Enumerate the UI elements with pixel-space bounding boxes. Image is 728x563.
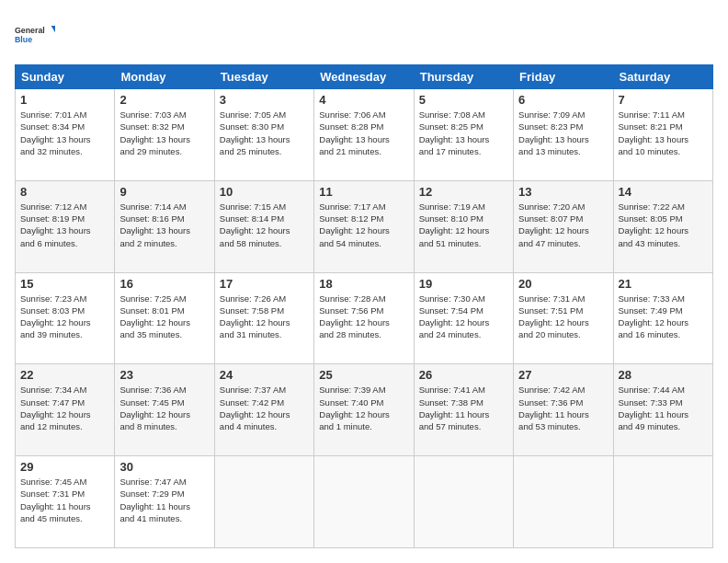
calendar-cell [514, 456, 613, 548]
day-number: 6 [518, 93, 608, 107]
day-info: Sunrise: 7:34 AMSunset: 7:47 PMDaylight:… [20, 384, 109, 432]
day-number: 2 [119, 93, 209, 107]
calendar-cell: 21Sunrise: 7:33 AMSunset: 7:49 PMDayligh… [613, 272, 712, 364]
day-info: Sunrise: 7:44 AMSunset: 7:33 PMDaylight:… [619, 384, 708, 432]
day-info: Sunrise: 7:06 AMSunset: 8:28 PMDaylight:… [319, 109, 408, 157]
day-number: 21 [619, 277, 708, 291]
day-number: 20 [518, 277, 608, 291]
calendar-cell: 14Sunrise: 7:22 AMSunset: 8:05 PMDayligh… [613, 180, 712, 272]
day-info: Sunrise: 7:11 AMSunset: 8:21 PMDaylight:… [619, 109, 708, 157]
weekday-thursday: Thursday [414, 65, 513, 89]
day-info: Sunrise: 7:31 AMSunset: 7:51 PMDaylight:… [518, 293, 608, 341]
day-number: 16 [119, 277, 209, 291]
calendar: SundayMondayTuesdayWednesdayThursdayFrid… [15, 64, 713, 548]
calendar-cell: 2Sunrise: 7:03 AMSunset: 8:32 PMDaylight… [115, 89, 214, 181]
calendar-cell: 22Sunrise: 7:34 AMSunset: 7:47 PMDayligh… [16, 364, 115, 456]
day-info: Sunrise: 7:45 AMSunset: 7:31 PMDaylight:… [20, 476, 109, 524]
svg-text:Blue: Blue [15, 35, 32, 44]
day-number: 29 [20, 460, 109, 474]
calendar-cell [214, 456, 313, 548]
calendar-cell: 15Sunrise: 7:23 AMSunset: 8:03 PMDayligh… [16, 272, 115, 364]
day-number: 30 [119, 460, 209, 474]
day-number: 14 [619, 185, 708, 199]
calendar-cell [414, 456, 513, 548]
day-number: 27 [518, 368, 608, 382]
calendar-cell: 3Sunrise: 7:05 AMSunset: 8:30 PMDaylight… [214, 89, 313, 181]
calendar-cell: 4Sunrise: 7:06 AMSunset: 8:28 PMDaylight… [314, 89, 414, 181]
day-info: Sunrise: 7:08 AMSunset: 8:25 PMDaylight:… [419, 109, 508, 157]
day-info: Sunrise: 7:28 AMSunset: 7:56 PMDaylight:… [319, 293, 408, 341]
day-info: Sunrise: 7:47 AMSunset: 7:29 PMDaylight:… [119, 476, 209, 524]
day-number: 12 [419, 185, 508, 199]
day-number: 11 [319, 185, 408, 199]
day-info: Sunrise: 7:09 AMSunset: 8:23 PMDaylight:… [518, 109, 608, 157]
calendar-cell: 12Sunrise: 7:19 AMSunset: 8:10 PMDayligh… [414, 180, 513, 272]
weekday-tuesday: Tuesday [214, 65, 313, 89]
weekday-friday: Friday [514, 65, 613, 89]
day-info: Sunrise: 7:12 AMSunset: 8:19 PMDaylight:… [20, 201, 109, 249]
day-number: 5 [419, 93, 508, 107]
day-info: Sunrise: 7:37 AMSunset: 7:42 PMDaylight:… [220, 384, 309, 432]
calendar-cell: 19Sunrise: 7:30 AMSunset: 7:54 PMDayligh… [414, 272, 513, 364]
svg-text:General: General [15, 26, 45, 35]
calendar-cell [314, 456, 414, 548]
day-info: Sunrise: 7:17 AMSunset: 8:12 PMDaylight:… [319, 201, 408, 249]
calendar-cell: 24Sunrise: 7:37 AMSunset: 7:42 PMDayligh… [214, 364, 313, 456]
calendar-cell: 23Sunrise: 7:36 AMSunset: 7:45 PMDayligh… [115, 364, 214, 456]
weekday-monday: Monday [115, 65, 214, 89]
calendar-cell: 30Sunrise: 7:47 AMSunset: 7:29 PMDayligh… [115, 456, 214, 548]
calendar-cell: 17Sunrise: 7:26 AMSunset: 7:58 PMDayligh… [214, 272, 313, 364]
weekday-saturday: Saturday [613, 65, 712, 89]
day-number: 1 [20, 93, 109, 107]
calendar-cell: 8Sunrise: 7:12 AMSunset: 8:19 PMDaylight… [16, 180, 115, 272]
calendar-cell: 27Sunrise: 7:42 AMSunset: 7:36 PMDayligh… [514, 364, 613, 456]
day-info: Sunrise: 7:30 AMSunset: 7:54 PMDaylight:… [419, 293, 508, 341]
calendar-cell: 6Sunrise: 7:09 AMSunset: 8:23 PMDaylight… [514, 89, 613, 181]
day-info: Sunrise: 7:03 AMSunset: 8:32 PMDaylight:… [119, 109, 209, 157]
day-info: Sunrise: 7:22 AMSunset: 8:05 PMDaylight:… [619, 201, 708, 249]
day-number: 4 [319, 93, 408, 107]
day-info: Sunrise: 7:36 AMSunset: 7:45 PMDaylight:… [119, 384, 209, 432]
calendar-cell: 5Sunrise: 7:08 AMSunset: 8:25 PMDaylight… [414, 89, 513, 181]
svg-marker-2 [51, 26, 55, 34]
day-number: 13 [518, 185, 608, 199]
day-info: Sunrise: 7:25 AMSunset: 8:01 PMDaylight:… [119, 293, 209, 341]
calendar-cell: 28Sunrise: 7:44 AMSunset: 7:33 PMDayligh… [613, 364, 712, 456]
day-info: Sunrise: 7:42 AMSunset: 7:36 PMDaylight:… [518, 384, 608, 432]
logo-svg: General Blue [15, 15, 55, 55]
day-info: Sunrise: 7:41 AMSunset: 7:38 PMDaylight:… [419, 384, 508, 432]
day-number: 28 [619, 368, 708, 382]
day-number: 24 [220, 368, 309, 382]
calendar-cell: 16Sunrise: 7:25 AMSunset: 8:01 PMDayligh… [115, 272, 214, 364]
calendar-cell: 1Sunrise: 7:01 AMSunset: 8:34 PMDaylight… [16, 89, 115, 181]
day-number: 3 [220, 93, 309, 107]
calendar-cell [613, 456, 712, 548]
calendar-cell: 10Sunrise: 7:15 AMSunset: 8:14 PMDayligh… [214, 180, 313, 272]
day-number: 10 [220, 185, 309, 199]
day-info: Sunrise: 7:14 AMSunset: 8:16 PMDaylight:… [119, 201, 209, 249]
logo: General Blue [15, 15, 55, 55]
calendar-cell: 7Sunrise: 7:11 AMSunset: 8:21 PMDaylight… [613, 89, 712, 181]
day-number: 15 [20, 277, 109, 291]
calendar-cell: 25Sunrise: 7:39 AMSunset: 7:40 PMDayligh… [314, 364, 414, 456]
day-info: Sunrise: 7:33 AMSunset: 7:49 PMDaylight:… [619, 293, 708, 341]
day-number: 26 [419, 368, 508, 382]
day-number: 25 [319, 368, 408, 382]
day-info: Sunrise: 7:23 AMSunset: 8:03 PMDaylight:… [20, 293, 109, 341]
day-number: 9 [119, 185, 209, 199]
day-number: 23 [119, 368, 209, 382]
day-number: 22 [20, 368, 109, 382]
day-info: Sunrise: 7:01 AMSunset: 8:34 PMDaylight:… [20, 109, 109, 157]
calendar-cell: 11Sunrise: 7:17 AMSunset: 8:12 PMDayligh… [314, 180, 414, 272]
day-info: Sunrise: 7:19 AMSunset: 8:10 PMDaylight:… [419, 201, 508, 249]
day-number: 7 [619, 93, 708, 107]
day-info: Sunrise: 7:26 AMSunset: 7:58 PMDaylight:… [220, 293, 309, 341]
calendar-cell: 29Sunrise: 7:45 AMSunset: 7:31 PMDayligh… [16, 456, 115, 548]
calendar-cell: 18Sunrise: 7:28 AMSunset: 7:56 PMDayligh… [314, 272, 414, 364]
day-info: Sunrise: 7:20 AMSunset: 8:07 PMDaylight:… [518, 201, 608, 249]
weekday-sunday: Sunday [16, 65, 115, 89]
calendar-cell: 26Sunrise: 7:41 AMSunset: 7:38 PMDayligh… [414, 364, 513, 456]
header: General Blue [15, 15, 713, 55]
day-number: 17 [220, 277, 309, 291]
day-number: 8 [20, 185, 109, 199]
